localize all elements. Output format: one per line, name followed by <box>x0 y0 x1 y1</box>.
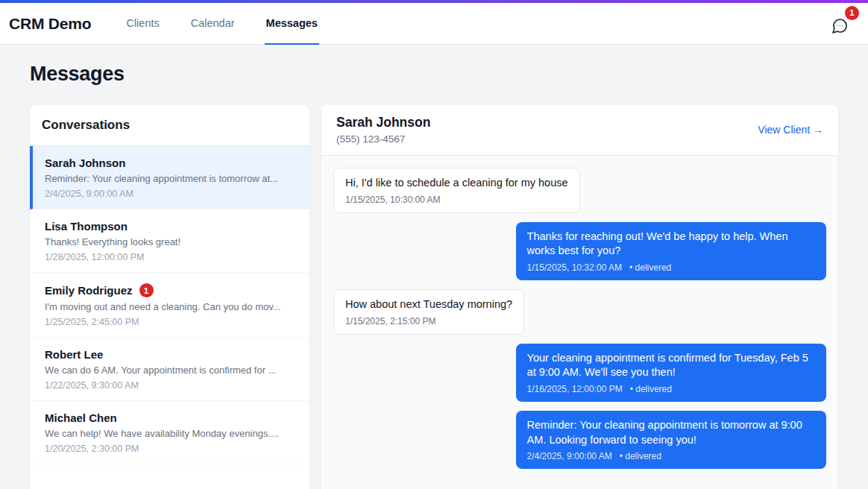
message-timestamp: 1/15/2025, 2:15:00 PM <box>345 316 435 326</box>
message-delivery-status: delivered <box>629 262 671 273</box>
conversation-name: Michael Chen <box>45 411 117 424</box>
message-timestamp: 2/4/2025, 9:00:00 AM <box>527 451 612 461</box>
chat-header: Sarah Johnson (555) 123-4567 View Client… <box>321 105 838 156</box>
app-header: CRM Demo ClientsCalendarMessages 1 <box>0 3 868 45</box>
conversation-list-item[interactable]: Robert Lee We can do 6 AM. Your appointm… <box>30 338 309 401</box>
conversation-name: Robert Lee <box>45 348 103 361</box>
panels-row: Conversations Sarah Johnson Reminder: Yo… <box>30 105 838 489</box>
unread-count-badge: 1 <box>139 283 154 297</box>
conversations-title: Conversations <box>30 105 309 146</box>
conversation-preview: We can help! We have availability Monday… <box>45 428 298 439</box>
message-timestamp: 1/16/2025, 12:00:00 PM <box>527 384 623 394</box>
conversation-preview: We can do 6 AM. Your appointment is conf… <box>45 365 298 376</box>
chat-message-list: Hi, I'd like to schedule a cleaning for … <box>321 156 838 489</box>
message-text: Reminder: Your cleaning appointment is t… <box>527 418 815 447</box>
conversation-list-item[interactable]: Sarah Johnson Reminder: Your cleaning ap… <box>30 146 309 209</box>
conversation-name-row: Robert Lee <box>45 348 298 361</box>
message-delivery-status: delivered <box>630 384 672 394</box>
chat-panel: Sarah Johnson (555) 123-4567 View Client… <box>321 105 838 489</box>
conversation-list-item[interactable]: Lisa Thompson Thanks! Everything looks g… <box>30 209 309 273</box>
conversation-date: 2/4/2025, 9:00:00 AM <box>45 189 298 199</box>
message-timestamp: 1/15/2025, 10:32:00 AM <box>527 262 622 273</box>
message-meta: 1/15/2025, 2:15:00 PM <box>345 315 512 327</box>
messages-page: Messages Conversations Sarah Johnson Rem… <box>0 45 868 489</box>
chat-message-bubble: Hi, I'd like to schedule a cleaning for … <box>333 168 580 213</box>
conversations-list: Sarah Johnson Reminder: Your cleaning ap… <box>30 146 309 489</box>
main-nav: ClientsCalendarMessages <box>110 3 333 44</box>
conversation-name-row: Sarah Johnson <box>45 157 298 169</box>
conversation-date: 1/20/2025, 2:30:00 PM <box>45 444 298 454</box>
message-text: Hi, I'd like to schedule a cleaning for … <box>345 176 568 191</box>
message-meta: 1/15/2025, 10:30:00 AM <box>345 194 568 206</box>
message-delivery-status: delivered <box>620 451 661 461</box>
chat-message-bubble: Reminder: Your cleaning appointment is t… <box>516 411 826 469</box>
message-timestamp: 1/15/2025, 10:30:00 AM <box>345 195 440 205</box>
conversation-list-item[interactable]: Emily Rodriguez 1 I'm moving out and nee… <box>30 273 309 338</box>
conversation-name: Emily Rodriguez <box>45 284 133 297</box>
header-notifications: 1 <box>831 13 853 35</box>
conversation-list-item[interactable]: Michael Chen We can help! We have availa… <box>30 401 309 464</box>
conversation-name: Sarah Johnson <box>45 157 125 169</box>
chat-contact-phone: (555) 123-4567 <box>336 133 430 145</box>
unread-total-badge: 1 <box>845 6 859 20</box>
message-meta: 1/16/2025, 12:00:00 PMdelivered <box>527 383 815 395</box>
conversation-name-row: Lisa Thompson <box>45 220 298 233</box>
conversations-panel: Conversations Sarah Johnson Reminder: Yo… <box>30 105 309 489</box>
conversation-date: 1/28/2025, 12:00:00 PM <box>45 252 298 262</box>
message-text: Thanks for reaching out! We'd be happy t… <box>527 230 815 259</box>
conversation-name-row: Emily Rodriguez 1 <box>45 283 298 297</box>
chat-message-bubble: How about next Tuesday morning? 1/15/202… <box>333 289 524 335</box>
chat-message-bubble: Thanks for reaching out! We'd be happy t… <box>516 222 826 280</box>
conversation-name-row: Michael Chen <box>45 411 298 424</box>
nav-tab-calendar[interactable]: Calendar <box>189 3 236 45</box>
conversation-date: 1/25/2025, 2:45:00 PM <box>45 317 298 327</box>
view-client-link[interactable]: View Client → <box>758 124 823 136</box>
chat-contact-info: Sarah Johnson (555) 123-4567 <box>336 115 430 145</box>
message-text: How about next Tuesday morning? <box>345 297 512 312</box>
chat-bubble-icon[interactable] <box>831 17 849 35</box>
page-title: Messages <box>30 63 838 86</box>
nav-tab-clients[interactable]: Clients <box>125 3 160 45</box>
nav-tab-messages[interactable]: Messages <box>265 3 319 45</box>
app-brand: CRM Demo <box>9 15 91 33</box>
conversation-preview: Thanks! Everything looks great! <box>45 236 298 247</box>
message-meta: 1/15/2025, 10:32:00 AMdelivered <box>527 262 815 274</box>
conversation-preview: I'm moving out and need a cleaning. Can … <box>45 301 298 312</box>
chat-message-bubble: Your cleaning appointment is confirmed f… <box>516 344 826 402</box>
conversation-name: Lisa Thompson <box>45 220 128 233</box>
conversation-preview: Reminder: Your cleaning appointment is t… <box>45 173 298 184</box>
message-meta: 2/4/2025, 9:00:00 AMdelivered <box>527 450 815 462</box>
conversation-date: 1/22/2025, 9:30:00 AM <box>45 380 298 391</box>
chat-contact-name: Sarah Johnson <box>336 115 430 130</box>
message-text: Your cleaning appointment is confirmed f… <box>527 351 815 380</box>
